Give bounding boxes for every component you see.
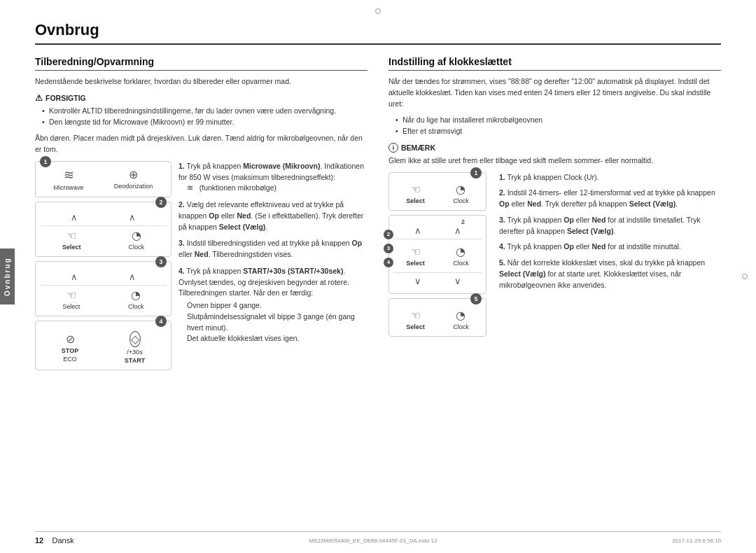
diagram-step4: 4 ⊘ STOP ECO ◇ /+30s START — [35, 321, 172, 370]
sun-icon: ◇ — [130, 331, 141, 347]
arrow-up-c2: ∧ — [414, 225, 421, 236]
stop-btn-cell: ⊘ STOP ECO — [62, 332, 78, 363]
instruction-step-1: 1. Tryk på knappen Microwave (Mikroovn).… — [178, 161, 368, 194]
select-btn-cell-3: ☜ Select — [62, 288, 80, 310]
hand-icon-3: ☜ — [66, 288, 76, 302]
footer-page: 12 Dansk — [35, 536, 74, 545]
step-1-text: 1. Tryk på knappen Microwave (Mikroovn).… — [178, 161, 368, 194]
step-badge-c4: 4 — [384, 258, 393, 267]
clock-diagram-2: 2 ∧ ∧ 2 3 4 — [388, 215, 486, 294]
list-item: Når du lige har installeret mikrobølgeov… — [396, 115, 721, 126]
select-btn-c2: ☜ Select — [406, 245, 425, 267]
warning-title: ⚠ FORSIGTIG — [35, 93, 368, 103]
right-step-1: 1. Tryk på knappen Clock (Ur). — [499, 172, 721, 183]
select-label: Select — [62, 244, 81, 251]
plus30-label: /+30s — [127, 349, 142, 356]
list-item: Kontrollér ALTID tilberedningsindstillin… — [42, 106, 368, 117]
select-btn-c3: ☜ Select — [406, 309, 425, 330]
clock-diagrams-col: 1 ☜ Select ◔ Clock — [388, 172, 486, 341]
diagram-step1: 1 ≋ Microwave ⊕ Deodorization — [35, 161, 172, 197]
clock-btn-c2: ◔ Clock — [453, 245, 469, 267]
select-label-c1: Select — [406, 197, 425, 204]
instruction-step-4: 4. Tryk på knappen START/+30s (START/+30… — [178, 266, 368, 344]
hand-icon: ☜ — [66, 229, 76, 242]
step-2-text: 2. Vælg det relevante effektniveau ved a… — [178, 200, 368, 232]
footer-doc: MS22M8054AW_EE_DE68-04445F-01_DA.indd 12 — [309, 538, 437, 544]
right-bullets: Når du lige har installeret mikrobølgeov… — [388, 115, 721, 137]
wave-icon: ≋ — [64, 167, 74, 183]
clock-btn-c1: ◔ Clock — [453, 183, 469, 204]
fan-icon: ⊕ — [129, 168, 138, 181]
list-item: Det aktuelle klokkeslæt vises igen. — [187, 333, 368, 344]
stop-label: STOP — [62, 347, 78, 354]
clock-diagram-3: 5 ☜ Select ◔ Clock — [388, 298, 486, 337]
left-section-title: Tilberedning/Opvarmning — [35, 56, 368, 71]
list-item: Efter et strømsvigt — [396, 126, 721, 137]
select-label-c3: Select — [406, 323, 425, 330]
step-badge-2: 2 — [155, 197, 167, 208]
start-btn-cell: ◇ /+30s START — [125, 331, 145, 364]
stop-icon: ⊘ — [66, 332, 75, 346]
arrow-up-icon: ∧ — [71, 212, 78, 223]
warning-triangle-icon: ⚠ — [35, 93, 43, 103]
diagram-step3: 3 ∧ ∧ ☜ Select — [35, 261, 172, 316]
step-4-sublist: Ovnen bipper 4 gange. Slutpåmindelsessig… — [178, 300, 368, 344]
select-btn-cell: ☜ Select — [62, 229, 81, 251]
eco-label: ECO — [63, 356, 77, 363]
arrow-up-icon-3: ∧ — [71, 272, 78, 282]
microwave-btn-cell: ≋ Microwave — [54, 167, 84, 191]
clock-btn-cell-3: ◔ Clock — [128, 288, 144, 310]
right-column: Indstilling af klokkeslættet Når der tæn… — [388, 56, 721, 382]
step-4-detail: Ovnlyset tændes, og drejeskiven begynder… — [178, 277, 368, 300]
diagram-step2: 2 ∧ ∧ ☜ Select — [35, 202, 172, 257]
arrow-up-icon-2: ∧ — [129, 212, 136, 223]
right-diagram-area: 1 ☜ Select ◔ Clock — [388, 172, 721, 341]
note-box: i BEMÆRK Glem ikke at stille uret frem e… — [388, 143, 721, 167]
right-step-5: 5. Når det korrekte klokkeslæt vises, sk… — [499, 258, 721, 290]
clock-step-badge-1: 1 — [470, 167, 482, 178]
microwave-label: Microwave — [54, 184, 84, 191]
note-title: i BEMÆRK — [388, 143, 721, 153]
top-registration-dot — [375, 8, 381, 14]
deodorization-btn-cell: ⊕ Deodorization — [114, 168, 153, 190]
left-column: Tilberedning/Opvarmning Nedenstående bes… — [35, 56, 368, 382]
step-badge-1: 1 — [40, 156, 51, 167]
clock-icon-3: ◔ — [131, 288, 141, 302]
step-badge-c2: 2 — [384, 230, 393, 239]
list-item: Ovnen bipper 4 gange. — [187, 300, 368, 312]
clock-icon-c2: ◔ — [456, 245, 465, 258]
select-btn-clock1: ☜ Select — [406, 183, 425, 204]
left-intro: Nedenstående beskrivelse forklarer, hvor… — [35, 76, 368, 88]
page-title: Ovnbrug — [35, 21, 721, 45]
arrow-up-icon-4: ∧ — [129, 272, 136, 282]
arrow-down-c2b: ∨ — [454, 276, 461, 286]
start-label: START — [125, 357, 145, 364]
instruction-step-3: 3. Indstil tilberedningstiden ved at try… — [178, 238, 368, 260]
right-step-2: 2. Indstil 24-timers- eller 12-timersfor… — [499, 188, 721, 210]
right-steps: 1. Tryk på knappen Clock (Ur). 2. Indsti… — [493, 172, 721, 341]
warning-box: ⚠ FORSIGTIG Kontrollér ALTID tilberednin… — [35, 93, 368, 128]
deodorization-label: Deodorization — [114, 183, 153, 190]
side-tab: Ovnbrug — [0, 248, 15, 304]
hand-icon-c3: ☜ — [411, 309, 421, 322]
list-item: Slutpåmindelsessignalet vil bippe 3 gang… — [187, 312, 368, 334]
warning-list: Kontrollér ALTID tilberedningsindstillin… — [35, 106, 368, 128]
diagram-left: 1 ≋ Microwave ⊕ Deodorization — [35, 161, 172, 374]
step-badge-4: 4 — [155, 316, 167, 327]
step-badge-3: 3 — [155, 256, 167, 267]
hand-icon-c2: ☜ — [411, 245, 421, 258]
clock-icon-c3: ◔ — [456, 309, 465, 322]
hand-icon-c1: ☜ — [411, 183, 421, 196]
clock-btn-c3: ◔ Clock — [453, 309, 469, 330]
num-2: 2 — [461, 218, 465, 225]
clock-icon-c1: ◔ — [456, 183, 465, 196]
right-intro: Når der tændes for strømmen, vises "88:8… — [388, 76, 721, 109]
clock-diagram-1: 1 ☜ Select ◔ Clock — [388, 172, 486, 211]
right-registration-dot — [742, 274, 748, 279]
left-body: Åbn døren. Placer maden midt på drejeski… — [35, 133, 368, 155]
clock-label-c2: Clock — [453, 260, 469, 267]
clock-label-3: Clock — [128, 303, 144, 310]
arrow-down-c2: ∨ — [414, 276, 421, 286]
clock-label: Clock — [128, 244, 144, 251]
step-4-text: 4. Tryk på knappen START/+30s (START/+30… — [178, 266, 368, 277]
